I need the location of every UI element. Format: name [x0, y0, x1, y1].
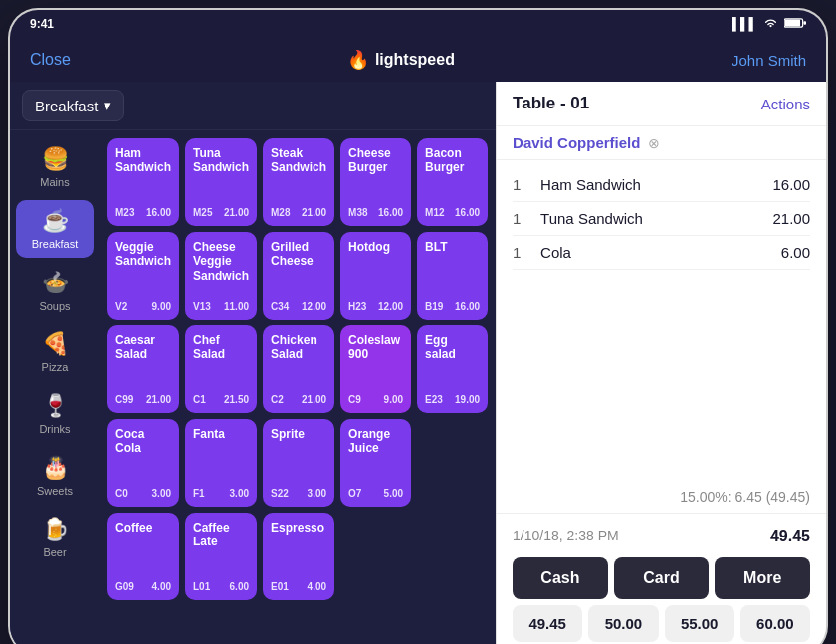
amount-50.00-button[interactable]: 50.00	[588, 605, 658, 642]
category-dropdown[interactable]: Breakfast ▾	[22, 90, 124, 121]
amount-buttons: 49.4550.0055.0060.00	[513, 605, 810, 642]
sidebar-label-soups: Soups	[39, 300, 70, 312]
sidebar-item-drinks[interactable]: 🍷Drinks	[16, 385, 94, 443]
remove-customer-button[interactable]: ⊗	[648, 135, 660, 151]
order-item-qty: 1	[513, 176, 528, 193]
menu-item-name: Coca Cola	[115, 427, 171, 456]
menu-item-code: L01	[193, 581, 210, 592]
header: Close 🔥 lightspeed John Smith	[10, 38, 826, 82]
right-panel: Table - 01 Actions David Copperfield ⊗ 1…	[496, 82, 826, 644]
menu-item-name: Hotdog	[348, 240, 403, 254]
menu-item-C2[interactable]: Chicken Salad C2 21.00	[263, 325, 334, 413]
svg-rect-1	[785, 19, 800, 26]
menu-item-empty-19	[417, 419, 488, 507]
menu-item-name: Chef Salad	[193, 333, 249, 362]
battery-icon	[784, 17, 806, 32]
order-item-name: Tuna Sandwich	[540, 210, 643, 227]
menu-item-M25[interactable]: Tuna Sandwich M25 21.00	[185, 138, 257, 226]
menu-grid: Ham Sandwich M23 16.00 Tuna Sandwich M25…	[100, 130, 496, 644]
menu-item-price: 16.00	[455, 301, 480, 312]
menu-item-name: Sprite	[271, 427, 326, 441]
menu-item-M28[interactable]: Steak Sandwich M28 21.00	[263, 138, 334, 226]
menu-item-name: Coleslaw 900	[348, 333, 403, 362]
customer-row: David Copperfield ⊗	[497, 126, 826, 160]
sidebar-label-breakfast: Breakfast	[32, 238, 78, 250]
payment-date: 1/10/18, 2:38 PM	[513, 528, 619, 545]
order-item-price: 6.00	[781, 244, 810, 261]
payment-card-button[interactable]: Card	[614, 557, 710, 599]
signal-icon: ▌▌▌	[732, 17, 757, 31]
menu-item-code: F1	[193, 488, 205, 499]
menu-item-code: E01	[271, 581, 289, 592]
menu-item-name: Caesar Salad	[115, 333, 171, 362]
menu-item-code: V13	[193, 301, 211, 312]
menu-item-C0[interactable]: Coca Cola C0 3.00	[107, 419, 179, 507]
actions-button[interactable]: Actions	[761, 96, 810, 112]
category-label: Breakfast	[35, 98, 98, 114]
menu-item-L01[interactable]: Caffee Late L01 6.00	[185, 513, 257, 600]
menu-item-code: B19	[425, 301, 443, 312]
breakfast-icon: ☕	[42, 208, 69, 234]
menu-item-price: 4.00	[152, 581, 171, 592]
wifi-icon	[763, 17, 778, 32]
sidebar-item-mains[interactable]: 🍔Mains	[16, 138, 94, 196]
menu-item-E23[interactable]: Egg salad E23 19.00	[417, 325, 488, 413]
dropdown-arrow-icon: ▾	[104, 97, 111, 114]
left-panel: Breakfast ▾ 🍔Mains☕Breakfast🍲Soups🍕Pizza…	[10, 82, 496, 644]
menu-item-B19[interactable]: BLT B19 16.00	[417, 232, 488, 320]
menu-item-S22[interactable]: Sprite S22 3.00	[263, 419, 334, 507]
customer-name[interactable]: David Copperfield	[513, 134, 640, 151]
menu-item-code: S22	[271, 488, 289, 499]
menu-item-G09[interactable]: Coffee G09 4.00	[107, 513, 179, 600]
content-area: 🍔Mains☕Breakfast🍲Soups🍕Pizza🍷Drinks🎂Swee…	[10, 130, 496, 644]
menu-item-F1[interactable]: Fanta F1 3.00	[185, 419, 257, 507]
menu-item-C9[interactable]: Coleslaw 900 C9 9.00	[340, 325, 411, 413]
menu-item-E01[interactable]: Espresso E01 4.00	[263, 513, 334, 600]
menu-item-M38[interactable]: Cheese Burger M38 16.00	[340, 138, 411, 226]
menu-item-O7[interactable]: Orange Juice O7 5.00	[340, 419, 411, 507]
menu-item-V13[interactable]: Cheese Veggie Sandwich V13 11.00	[185, 232, 257, 320]
payment-buttons: CashCardMore	[513, 557, 810, 599]
menu-item-code: M12	[425, 207, 444, 218]
payment-cash-button[interactable]: Cash	[513, 557, 608, 599]
order-item[interactable]: 1 Tuna Sandwich 21.00	[513, 202, 810, 236]
sidebar-item-pizza[interactable]: 🍕Pizza	[16, 323, 94, 381]
sidebar-item-breakfast[interactable]: ☕Breakfast	[16, 200, 94, 258]
menu-item-code: V2	[115, 301, 127, 312]
close-button[interactable]: Close	[30, 51, 71, 69]
sidebar-item-soups[interactable]: 🍲Soups	[16, 262, 94, 320]
menu-item-price: 16.00	[378, 207, 403, 218]
menu-item-V2[interactable]: Veggie Sandwich V2 9.00	[107, 232, 179, 320]
logo-text: lightspeed	[375, 51, 455, 69]
menu-item-H23[interactable]: Hotdog H23 12.00	[340, 232, 411, 320]
menu-item-price: 16.00	[455, 207, 480, 218]
order-item-name: Cola	[540, 244, 571, 261]
pizza-icon: 🍕	[42, 331, 69, 357]
menu-item-price: 21.00	[302, 207, 326, 218]
menu-item-price: 9.00	[384, 394, 403, 405]
menu-item-M12[interactable]: Bacon Burger M12 16.00	[417, 138, 488, 226]
menu-item-name: Bacon Burger	[425, 146, 480, 175]
menu-item-code: M23	[115, 207, 134, 218]
sidebar-item-sweets[interactable]: 🎂Sweets	[16, 447, 94, 505]
order-item[interactable]: 1 Ham Sandwich 16.00	[513, 168, 810, 202]
soups-icon: 🍲	[42, 270, 69, 296]
menu-item-C1[interactable]: Chef Salad C1 21.50	[185, 325, 257, 413]
user-name[interactable]: John Smith	[732, 52, 806, 69]
menu-item-M23[interactable]: Ham Sandwich M23 16.00	[107, 138, 179, 226]
amount-55.00-button[interactable]: 55.00	[665, 605, 734, 642]
menu-item-code: E23	[425, 394, 443, 405]
amount-60.00-button[interactable]: 60.00	[740, 605, 810, 642]
order-item[interactable]: 1 Cola 6.00	[513, 236, 810, 270]
menu-item-code: C2	[271, 394, 284, 405]
menu-item-C34[interactable]: Grilled Cheese C34 12.00	[263, 232, 334, 320]
menu-item-C99[interactable]: Caesar Salad C99 21.00	[107, 325, 179, 413]
sidebar-item-beer[interactable]: 🍺Beer	[16, 509, 94, 566]
amount-49.45-button[interactable]: 49.45	[513, 605, 582, 642]
menu-item-code: C0	[115, 488, 128, 499]
menu-item-code: C99	[115, 394, 133, 405]
menu-item-code: M25	[193, 207, 212, 218]
beer-icon: 🍺	[42, 517, 69, 542]
payment-more-button[interactable]: More	[715, 557, 810, 599]
menu-item-code: M28	[271, 207, 290, 218]
